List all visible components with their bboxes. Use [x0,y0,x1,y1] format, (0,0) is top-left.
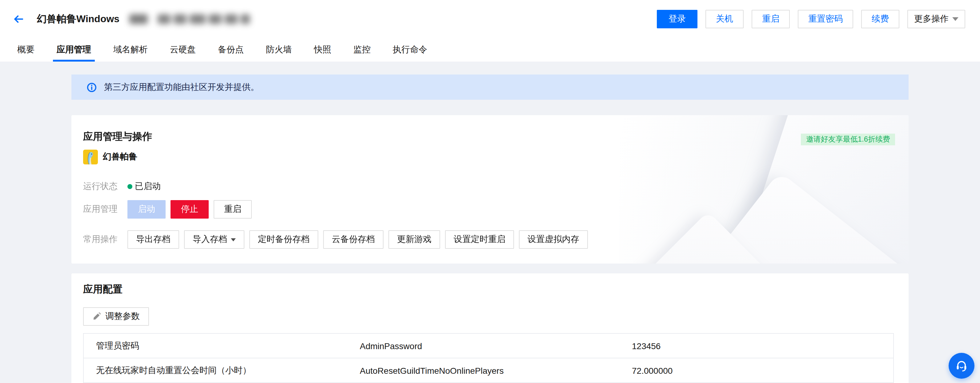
page-title: 幻兽帕鲁Windows [37,13,119,26]
reset-password-button[interactable]: 重置密码 [798,10,853,28]
ops-label: 常用操作 [83,234,127,245]
param-name: 管理员密码 [83,334,360,358]
import-save-dropdown[interactable]: 导入存档 [184,230,244,249]
tab-cloud-disk[interactable]: 云硬盘 [170,38,196,62]
manage-row: 应用管理 启动 停止 重启 [83,200,908,219]
common-operations-row: 常用操作 导出存档 导入存档 定时备份存档 云备份存档 更新游戏 设置定时重启 … [83,230,908,249]
param-value: 72.000000 [632,358,894,383]
login-button[interactable]: 登录 [657,10,697,28]
status-label: 运行状态 [83,181,127,192]
more-actions-dropdown[interactable]: 更多操作 [907,10,965,28]
virtual-memory-button[interactable]: 设置虚拟内存 [519,230,588,249]
cloud-backup-button[interactable]: 云备份存档 [323,230,383,249]
app-management-card: 邀请好友享最低1.6折续费 应用管理与操作 幻兽帕鲁 运行状态 [72,115,908,263]
banner-text: 第三方应用配置功能由社区开发并提供。 [104,81,259,93]
table-row: 无在线玩家时自动重置公会时间（小时） AutoResetGuildTimeNoO… [83,358,894,383]
tab-run-command[interactable]: 执行命令 [393,38,427,62]
customer-service-icon [955,359,968,373]
tab-bar: 概要 应用管理 域名解析 云硬盘 备份点 防火墙 快照 监控 执行命令 [0,38,980,62]
tab-backup-point[interactable]: 备份点 [218,38,244,62]
tab-dns[interactable]: 域名解析 [113,38,148,62]
redacted-text-blur [129,14,250,24]
export-save-button[interactable]: 导出存档 [127,230,179,249]
edit-icon [92,312,101,321]
status-row: 运行状态 已启动 [83,180,908,193]
app-name: 幻兽帕鲁 [103,152,137,163]
page-header: 幻兽帕鲁Windows 登录 关机 重启 重置密码 续费 更多操作 [0,0,980,38]
renew-button[interactable]: 续费 [861,10,899,28]
back-arrow-button[interactable] [11,12,26,27]
card-title: 应用管理与操作 [83,131,908,144]
app-config-card: 应用配置 调整参数 管理员密码 AdminPassword 123456 无在 [72,273,908,383]
app-identity-row: 幻兽帕鲁 [83,150,908,164]
palworld-app-icon [83,150,98,164]
param-name: 无在线玩家时自动重置公会时间（小时） [83,358,360,383]
scheduled-restart-button[interactable]: 设置定时重启 [445,230,514,249]
tab-app-management[interactable]: 应用管理 [57,38,91,62]
tab-monitoring[interactable]: 监控 [353,38,371,62]
info-banner: 第三方应用配置功能由社区开发并提供。 [72,75,908,100]
start-button[interactable]: 启动 [127,200,165,219]
chevron-down-icon [952,17,958,21]
adjust-params-button[interactable]: 调整参数 [83,307,149,326]
tab-overview[interactable]: 概要 [17,38,35,62]
tab-firewall[interactable]: 防火墙 [266,38,292,62]
card-title: 应用配置 [83,283,897,296]
manage-label: 应用管理 [83,204,127,215]
param-value: 123456 [632,334,894,358]
scheduled-backup-button[interactable]: 定时备份存档 [249,230,318,249]
update-game-button[interactable]: 更新游戏 [388,230,440,249]
config-table: 管理员密码 AdminPassword 123456 无在线玩家时自动重置公会时… [83,333,894,383]
info-icon [87,82,97,92]
main-content: 第三方应用配置功能由社区开发并提供。 邀请好友享最低1.6折续费 应用管理与操作 [0,62,980,383]
tab-snapshot[interactable]: 快照 [314,38,331,62]
header-actions: 登录 关机 重启 重置密码 续费 更多操作 [657,10,965,28]
status-dot [127,184,132,189]
status-value: 已启动 [135,181,161,192]
back-arrow-icon [12,13,25,25]
shutdown-button[interactable]: 关机 [705,10,744,28]
promo-badge[interactable]: 邀请好友享最低1.6折续费 [801,134,895,145]
table-row: 管理员密码 AdminPassword 123456 [83,334,894,358]
param-key: AdminPassword [360,334,632,358]
restart-app-button[interactable]: 重启 [213,200,252,219]
param-key: AutoResetGuildTimeNoOnlinePlayers [360,358,632,383]
restart-button[interactable]: 重启 [752,10,790,28]
stop-button[interactable]: 停止 [170,200,209,219]
lighthouse-console-page: 幻兽帕鲁Windows 登录 关机 重启 重置密码 续费 更多操作 概要 应用管… [0,0,980,383]
chevron-down-icon [231,238,236,241]
customer-service-button[interactable] [948,353,974,379]
